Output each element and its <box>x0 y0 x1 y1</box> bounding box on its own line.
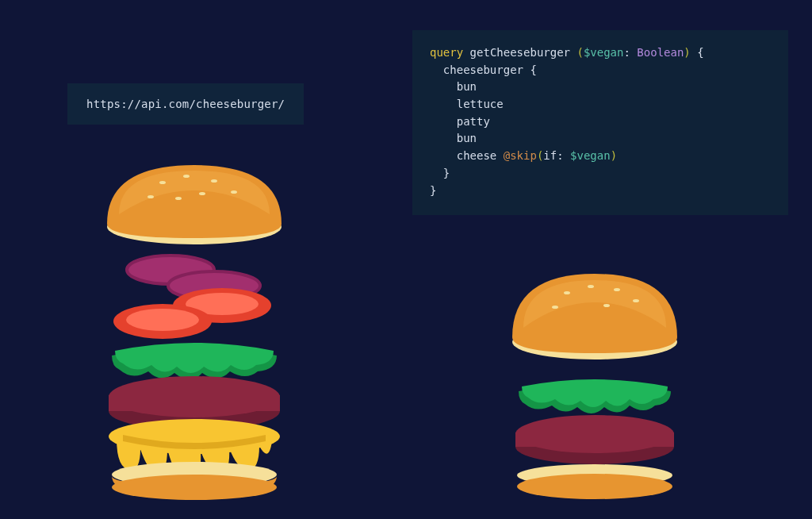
code-brace-close2: } <box>443 167 450 179</box>
code-op-name: getCheeseburger <box>470 46 570 59</box>
code-brace-open2: { <box>530 63 536 76</box>
svg-point-24 <box>633 299 639 302</box>
burger-lettuce-icon <box>519 379 671 413</box>
svg-point-2 <box>183 175 190 178</box>
code-dir-argval: $vegan <box>570 149 611 162</box>
code-paren-close: ) <box>684 46 690 59</box>
code-directive: @skip <box>504 149 537 162</box>
code-brace-close: } <box>430 184 436 197</box>
code-dir-pclose: ) <box>611 149 617 162</box>
code-keyword: query <box>430 46 463 59</box>
code-field-1: lettuce <box>457 98 504 110</box>
rest-burger-illustration <box>75 159 313 500</box>
code-dir-colon: : <box>557 149 570 162</box>
code-dir-argkey: if <box>543 149 557 162</box>
graphql-code-card: query getCheeseburger ($vegan: Boolean) … <box>412 30 788 215</box>
burger-tomato-icon <box>113 288 271 339</box>
code-paren-open: ( <box>576 46 583 59</box>
burger-lettuce-icon <box>112 343 277 379</box>
code-colon: : <box>623 46 637 59</box>
code-field-4: cheese <box>457 149 497 162</box>
code-var-type: Boolean <box>637 46 684 59</box>
svg-point-4 <box>231 190 237 194</box>
svg-point-13 <box>126 309 199 331</box>
svg-point-3 <box>211 179 217 183</box>
burger-top-bun-icon <box>512 274 677 359</box>
burger-bottom-bun-icon <box>112 462 277 500</box>
svg-point-22 <box>588 285 594 288</box>
burger-bottom-bun-icon <box>517 464 672 499</box>
graphql-burger-illustration <box>492 266 698 504</box>
burger-patty-icon <box>515 415 674 464</box>
svg-point-1 <box>159 181 166 184</box>
burger-top-bun-icon <box>107 165 282 244</box>
svg-rect-16 <box>109 395 280 411</box>
svg-point-6 <box>199 192 205 195</box>
rest-url-text: https://api.com/cheeseburger/ <box>86 98 285 110</box>
svg-point-19 <box>112 475 277 500</box>
svg-point-21 <box>564 291 570 294</box>
svg-point-23 <box>614 288 620 291</box>
code-brace-open: { <box>697 46 703 59</box>
svg-point-26 <box>603 304 610 307</box>
svg-rect-29 <box>515 432 674 447</box>
code-root-field: cheeseburger <box>443 63 523 76</box>
code-field-3: bun <box>457 132 477 144</box>
code-field-0: bun <box>457 80 477 93</box>
svg-point-31 <box>517 474 672 499</box>
svg-point-7 <box>175 197 182 200</box>
svg-point-25 <box>552 306 558 309</box>
svg-point-5 <box>147 195 154 198</box>
rest-url-card: https://api.com/cheeseburger/ <box>67 83 304 125</box>
code-var-name: $vegan <box>584 46 624 59</box>
code-field-2: patty <box>457 115 490 128</box>
